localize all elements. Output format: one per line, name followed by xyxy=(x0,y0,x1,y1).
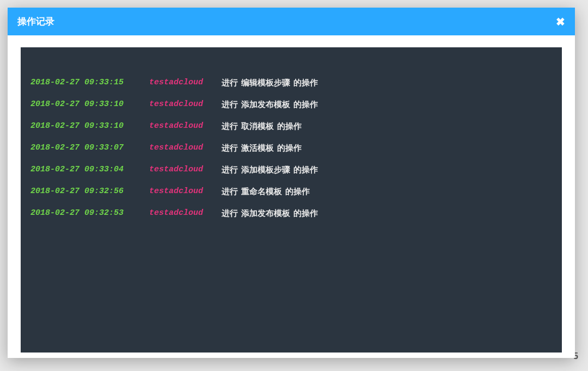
log-suffix: 的操作 xyxy=(285,188,310,197)
operation-log-modal: 操作记录 ✖ 2018-02-27 09:33:15testadcloud进行编… xyxy=(8,8,575,358)
log-timestamp: 2018-02-27 09:33:07 xyxy=(30,143,134,153)
log-suffix: 的操作 xyxy=(277,122,302,132)
log-line: 2018-02-27 09:33:10testadcloud进行添加发布模板的操… xyxy=(30,100,552,110)
log-timestamp: 2018-02-27 09:33:10 xyxy=(30,100,134,110)
log-suffix: 的操作 xyxy=(293,209,318,219)
log-line: 2018-02-27 09:32:53testadcloud进行添加发布模板的操… xyxy=(30,208,552,219)
log-action: 进行添加模板步骤的操作 xyxy=(222,165,318,175)
log-action: 进行取消模板的操作 xyxy=(222,121,302,132)
log-user: testadcloud xyxy=(149,121,206,132)
close-icon[interactable]: ✖ xyxy=(556,16,565,27)
log-line: 2018-02-27 09:33:04testadcloud进行添加模板步骤的操… xyxy=(30,165,552,175)
modal-title: 操作记录 xyxy=(17,15,54,28)
log-user: testadcloud xyxy=(149,165,206,175)
log-suffix: 的操作 xyxy=(277,144,302,153)
log-user: testadcloud xyxy=(149,100,206,110)
log-operation: 取消模板 xyxy=(241,122,274,132)
log-line: 2018-02-27 09:33:10testadcloud进行取消模板的操作 xyxy=(30,121,552,132)
log-operation: 编辑模板步骤 xyxy=(241,79,290,88)
log-prefix: 进行 xyxy=(222,166,238,175)
log-user: testadcloud xyxy=(149,208,206,219)
log-terminal[interactable]: 2018-02-27 09:33:15testadcloud进行编辑模板步骤的操… xyxy=(21,47,562,353)
log-user: testadcloud xyxy=(149,187,206,197)
log-action: 进行添加发布模板的操作 xyxy=(222,100,318,110)
log-action: 进行重命名模板的操作 xyxy=(222,187,310,197)
log-timestamp: 2018-02-27 09:32:53 xyxy=(30,208,134,219)
log-action: 进行编辑模板步骤的操作 xyxy=(222,78,318,88)
log-prefix: 进行 xyxy=(222,101,238,110)
log-prefix: 进行 xyxy=(222,122,238,132)
log-user: testadcloud xyxy=(149,78,206,88)
log-action: 进行添加发布模板的操作 xyxy=(222,208,318,219)
log-operation: 添加发布模板 xyxy=(241,209,290,219)
log-line: 2018-02-27 09:32:56testadcloud进行重命名模板的操作 xyxy=(30,187,552,197)
log-timestamp: 2018-02-27 09:32:56 xyxy=(30,187,134,197)
log-user: testadcloud xyxy=(149,143,206,153)
log-prefix: 进行 xyxy=(222,188,238,197)
log-prefix: 进行 xyxy=(222,144,238,153)
log-timestamp: 2018-02-27 09:33:15 xyxy=(30,78,134,88)
log-operation: 重命名模板 xyxy=(241,188,282,197)
log-prefix: 进行 xyxy=(222,79,238,88)
modal-header: 操作记录 ✖ xyxy=(8,8,575,35)
log-operation: 添加模板步骤 xyxy=(241,166,290,175)
log-prefix: 进行 xyxy=(222,209,238,219)
log-operation: 添加发布模板 xyxy=(241,101,290,110)
log-line: 2018-02-27 09:33:15testadcloud进行编辑模板步骤的操… xyxy=(30,78,552,88)
log-operation: 激活模板 xyxy=(241,144,274,153)
log-suffix: 的操作 xyxy=(293,166,318,175)
log-action: 进行激活模板的操作 xyxy=(222,143,302,153)
modal-body: 2018-02-27 09:33:15testadcloud进行编辑模板步骤的操… xyxy=(8,35,575,358)
log-suffix: 的操作 xyxy=(293,101,318,110)
log-line: 2018-02-27 09:33:07testadcloud进行激活模板的操作 xyxy=(30,143,552,153)
log-suffix: 的操作 xyxy=(293,79,318,88)
log-timestamp: 2018-02-27 09:33:10 xyxy=(30,121,134,132)
log-timestamp: 2018-02-27 09:33:04 xyxy=(30,165,134,175)
